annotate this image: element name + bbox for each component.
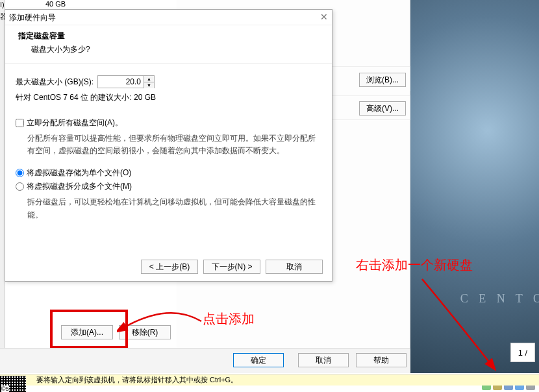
max-disk-label: 最大磁盘大小 (GB)(S): — [16, 77, 94, 88]
ok-button[interactable]: 确定 — [233, 353, 284, 367]
wizard-heading: 指定磁盘容量 — [18, 31, 319, 42]
single-file-label[interactable]: 将虚拟磁盘存储为单个文件(O) — [16, 167, 321, 178]
wizard-subheading: 磁盘大小为多少? — [18, 42, 319, 55]
remove-hardware-button[interactable]: 移除(R) — [119, 325, 171, 339]
browse-button[interactable]: 浏览(B)... — [359, 73, 406, 87]
allocate-now-checkbox[interactable] — [16, 119, 24, 127]
allocate-now-text: 立即分配所有磁盘空间(A)。 — [27, 117, 123, 129]
help-button[interactable]: 帮助 — [356, 353, 407, 367]
cancel-settings-button[interactable]: 取消 — [298, 353, 349, 367]
spinner-up-icon[interactable]: ▲ — [144, 76, 154, 82]
centos-logo-text: C E N T O — [460, 292, 539, 306]
allocate-now-desc: 分配所有容量可以提高性能，但要求所有物理磁盘空间立即可用。如果不立即分配所有空间… — [27, 132, 321, 157]
wizard-body: 最大磁盘大小 (GB)(S): ▲ ▼ 针对 CentOS 7 64 位 的建议… — [5, 64, 332, 233]
vm-status-bar: 要将输入定向到该虚拟机，请将鼠标指针移入其中或按 Ctrl+G。 — [0, 374, 539, 386]
guest-desktop-wallpaper: C E N T O — [410, 0, 539, 373]
close-icon[interactable]: ✕ — [320, 12, 328, 22]
advanced-button[interactable]: 高级(V)... — [359, 101, 406, 116]
allocate-now-label[interactable]: 立即分配所有磁盘空间(A)。 — [16, 117, 321, 129]
watermark-label: ©5 — [1, 386, 9, 392]
multi-file-desc: 拆分磁盘后，可以更轻松地在计算机之间移动虚拟机，但可能会降低大容量磁盘的性能。 — [27, 196, 321, 221]
wizard-back-button[interactable]: < 上一步(B) — [141, 260, 198, 274]
single-file-radio[interactable] — [16, 169, 24, 177]
wizard-next-button[interactable]: 下一步(N) > — [203, 260, 260, 274]
max-disk-input[interactable] — [98, 76, 144, 88]
left-label-1: I) — [0, 1, 5, 8]
annotation-click-add: 点击添加 — [203, 310, 255, 328]
add-hardware-wizard: 添加硬件向导 ✕ 指定磁盘容量 磁盘大小为多少? 最大磁盘大小 (GB)(S):… — [5, 9, 332, 282]
add-hardware-button[interactable]: 添加(A)... — [61, 325, 113, 339]
multi-file-label[interactable]: 将虚拟磁盘拆分成多个文件(M) — [16, 181, 321, 192]
multi-file-text: 将虚拟磁盘拆分成多个文件(M) — [27, 181, 132, 192]
device-size-cell: 40 GB — [45, 0, 66, 8]
single-file-text: 将虚拟磁盘存储为单个文件(O) — [27, 167, 131, 178]
wizard-cancel-button[interactable]: 取消 — [266, 260, 323, 274]
settings-bottom-bar — [0, 348, 410, 373]
wizard-titlebar[interactable]: 添加硬件向导 ✕ — [5, 10, 332, 25]
multi-file-radio[interactable] — [16, 182, 24, 191]
annotation-right-click: 右击添加一个新硬盘 — [356, 256, 473, 274]
wizard-header: 指定磁盘容量 磁盘大小为多少? — [5, 25, 332, 64]
pager-box[interactable]: 1 / — [510, 343, 535, 362]
recommended-size-text: 针对 CentOS 7 64 位 的建议大小: 20 GB — [16, 92, 321, 103]
max-disk-spinner[interactable]: ▲ ▼ — [97, 75, 155, 88]
wizard-title: 添加硬件向导 — [9, 12, 56, 23]
wizard-footer: < 上一步(B) 下一步(N) > 取消 — [5, 252, 332, 281]
spinner-down-icon[interactable]: ▼ — [144, 82, 154, 88]
